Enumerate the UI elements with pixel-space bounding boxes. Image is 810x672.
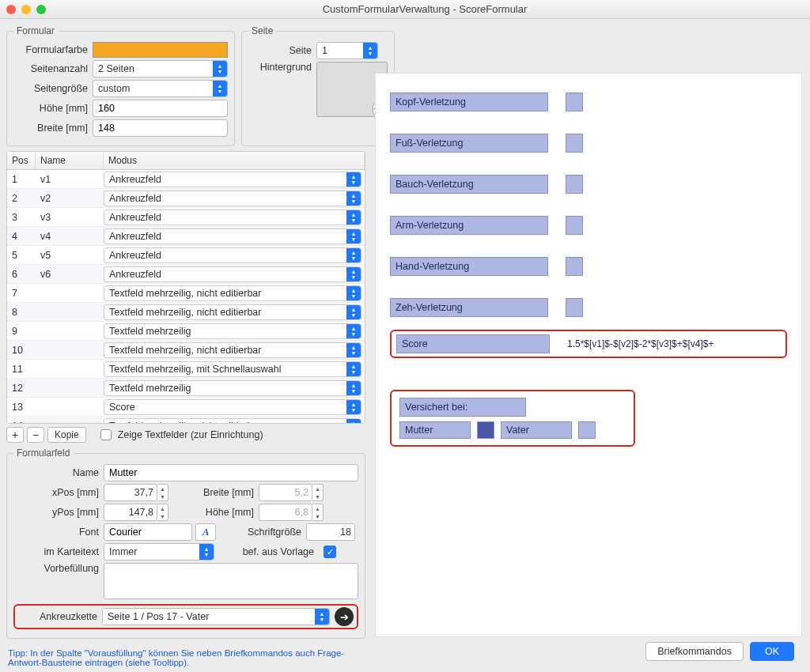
show-textfields-checkbox[interactable] (100, 429, 112, 440)
cell-name: v4 (36, 231, 104, 242)
modus-select[interactable]: Ankreuzfeld (104, 228, 361, 244)
fields-table: Pos Name Modus 1 v1 Ankreuzfeld2 v2 Ankr… (6, 151, 365, 424)
preview-checkbox-field[interactable] (566, 175, 583, 194)
modus-select[interactable]: Textfeld mehrzeilig (104, 380, 361, 396)
size-select[interactable]: custom (93, 80, 228, 97)
table-row[interactable]: 1 v1 Ankreuzfeld (7, 170, 365, 189)
add-row-button[interactable]: + (6, 427, 24, 443)
color-swatch[interactable] (93, 42, 228, 58)
page-select[interactable]: 1 (316, 42, 378, 59)
insurance-vater-field[interactable]: Vater (501, 421, 572, 439)
chevron-updown-icon (346, 210, 361, 225)
form-preview: Kopf-VerletzungFuß-VerletzungBauch-Verle… (375, 73, 802, 637)
preview-checkbox-field[interactable] (566, 257, 583, 276)
modus-select[interactable]: Ankreuzfeld (104, 266, 361, 282)
pages-select[interactable]: 2 Seiten (93, 60, 228, 77)
ff-name-input[interactable] (104, 464, 358, 481)
height-input[interactable] (93, 100, 228, 117)
remove-row-button[interactable]: − (27, 427, 44, 443)
preview-label-field[interactable]: Arm-Verletzung (390, 216, 548, 235)
preview-checkbox-field[interactable] (566, 134, 583, 153)
preview-label-field[interactable]: Bauch-Verletzung (390, 175, 548, 194)
bef-checkbox[interactable]: ✓ (324, 546, 336, 558)
table-header: Pos Name Modus (7, 152, 365, 170)
cell-name: v5 (36, 250, 104, 261)
footer: Briefkommandos OK (375, 637, 802, 666)
table-row[interactable]: 10 Textfeld mehrzeilig, nicht editierbar (7, 341, 365, 360)
table-row[interactable]: 11 Textfeld mehrzeilig, mit Schnellauswa… (7, 360, 365, 379)
preview-label-field[interactable]: Fuß-Verletzung (390, 134, 548, 153)
table-row[interactable]: 2 v2 Ankreuzfeld (7, 189, 365, 208)
font-input[interactable] (104, 523, 192, 541)
table-row[interactable]: 4 v4 Ankreuzfeld (7, 227, 365, 246)
breite-input[interactable]: 5,2 (259, 484, 312, 501)
font-picker-button[interactable]: A (195, 523, 216, 541)
close-window-icon[interactable] (6, 5, 16, 14)
th-name[interactable]: Name (36, 152, 104, 169)
table-body[interactable]: 1 v1 Ankreuzfeld2 v2 Ankreuzfeld3 v3 Ank… (7, 170, 365, 424)
th-pos[interactable]: Pos (7, 152, 36, 169)
briefkommandos-button[interactable]: Briefkommandos (645, 642, 744, 661)
chevron-updown-icon (199, 544, 214, 560)
table-row[interactable]: 12 Textfeld mehrzeilig (7, 379, 365, 398)
cell-pos: 12 (7, 383, 36, 394)
ankreuz-goto-button[interactable]: ➔ (335, 607, 354, 626)
window-title: CustomFormularVerwaltung - ScoreFormular (46, 3, 804, 15)
table-row[interactable]: 13 Score (7, 398, 365, 417)
score-label-field[interactable]: Score (396, 334, 550, 353)
modus-select[interactable]: Ankreuzfeld (104, 191, 361, 206)
zoom-window-icon[interactable] (36, 5, 46, 14)
table-row[interactable]: 8 Textfeld mehrzeilig, nicht editierbar (7, 303, 365, 322)
preview-checkbox-field[interactable] (566, 298, 583, 317)
modus-select[interactable]: Ankreuzfeld (104, 172, 361, 187)
chevron-updown-icon (346, 400, 361, 414)
preview-label-field[interactable]: Kopf-Verletzung (390, 92, 548, 111)
modus-select[interactable]: Ankreuzfeld (104, 247, 361, 263)
cell-name: v2 (36, 193, 104, 204)
breite-stepper[interactable]: ▲▼ (312, 484, 324, 501)
preview-checkbox-field[interactable] (566, 92, 583, 111)
xpos-input[interactable]: 37,7 (104, 484, 157, 501)
modus-select[interactable]: Score (104, 399, 361, 415)
preview-checkbox-field[interactable] (566, 216, 583, 235)
insurance-title-field[interactable]: Versichert bei: (399, 398, 526, 417)
table-row[interactable]: 5 v5 Ankreuzfeld (7, 246, 365, 265)
xpos-stepper[interactable]: ▲▼ (157, 484, 168, 501)
table-row[interactable]: 6 v6 Ankreuzfeld (7, 265, 365, 284)
insurance-mutter-field[interactable]: Mutter (399, 421, 471, 439)
preview-label-field[interactable]: Hand-Verletzung (390, 257, 548, 276)
table-row[interactable]: 3 v3 Ankreuzfeld (7, 208, 365, 227)
width-input[interactable] (93, 119, 228, 137)
ypos-stepper[interactable]: ▲▼ (157, 504, 168, 521)
modus-select[interactable]: Ankreuzfeld (104, 210, 361, 225)
modus-select[interactable]: Textfeld mehrzeilig, nicht editierbar (104, 285, 361, 301)
vorbef-textarea[interactable] (104, 563, 358, 599)
modus-select[interactable]: Textfeld mehrzeilig, mit Schnellauswahl (104, 361, 361, 377)
modus-select[interactable]: Textfeld mehrzeilig, nicht editierbar (104, 418, 361, 425)
insurance-vater-checkbox[interactable] (578, 421, 596, 439)
table-row[interactable]: 7 Textfeld mehrzeilig, nicht editierbar (7, 284, 365, 303)
hoehe-stepper[interactable]: ▲▼ (312, 504, 324, 521)
ok-button[interactable]: OK (750, 642, 794, 661)
cell-pos: 1 (7, 174, 36, 185)
ankreuz-select[interactable]: Seite 1 / Pos 17 - Vater (102, 608, 330, 625)
table-row[interactable]: 14 Textfeld mehrzeilig, nicht editierbar (7, 417, 365, 424)
insurance-mutter-checkbox[interactable] (477, 421, 494, 439)
minimize-window-icon[interactable] (21, 5, 31, 14)
table-controls: + − Kopie Zeige Textfelder (zur Einricht… (6, 424, 365, 447)
kartei-select[interactable]: Immer (104, 543, 214, 561)
fontsize-input[interactable]: 18 (306, 523, 355, 541)
ypos-input[interactable]: 147,8 (104, 504, 157, 521)
modus-select[interactable]: Textfeld mehrzeilig (104, 323, 361, 339)
hoehe-input[interactable]: 6,8 (259, 504, 312, 521)
modus-select[interactable]: Textfeld mehrzeilig, nicht editierbar (104, 304, 361, 320)
chevron-updown-icon (346, 229, 361, 244)
width-label: Breite [mm] (13, 123, 88, 134)
copy-row-button[interactable]: Kopie (47, 427, 86, 443)
preview-label-field[interactable]: Zeh-Verletzung (390, 298, 548, 317)
cell-pos: 3 (7, 212, 36, 223)
table-row[interactable]: 9 Textfeld mehrzeilig (7, 322, 365, 341)
chevron-updown-icon (346, 324, 361, 338)
th-modus[interactable]: Modus (104, 152, 365, 169)
modus-select[interactable]: Textfeld mehrzeilig, nicht editierbar (104, 342, 361, 358)
